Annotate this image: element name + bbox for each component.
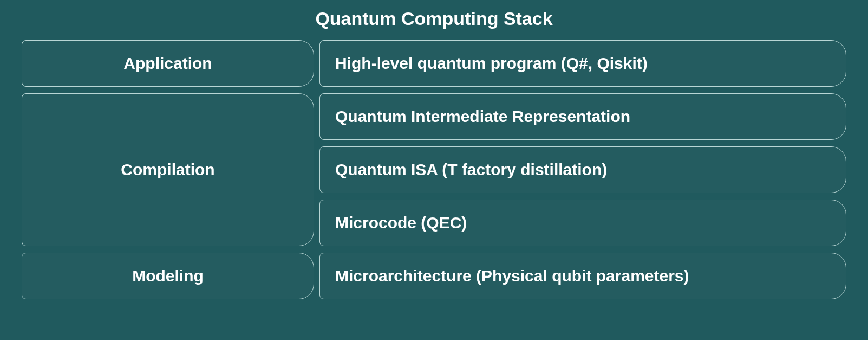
detail-qir-label: Quantum Intermediate Representation (335, 107, 630, 126)
detail-microcode-label: Microcode (QEC) (335, 214, 467, 232)
diagram-title: Quantum Computing Stack (22, 8, 846, 29)
layer-compilation-label: Compilation (121, 161, 214, 179)
layer-application-label: Application (123, 54, 212, 73)
layer-application: Application (22, 40, 314, 87)
detail-application-label: High-level quantum program (Q#, Qiskit) (335, 54, 648, 73)
layer-modeling: Modeling (22, 253, 314, 299)
detail-microarchitecture: Microarchitecture (Physical qubit parame… (319, 253, 846, 299)
detail-microarchitecture-label: Microarchitecture (Physical qubit parame… (335, 267, 689, 285)
detail-microcode: Microcode (QEC) (319, 200, 846, 246)
detail-quantum-isa-label: Quantum ISA (T factory distillation) (335, 161, 607, 179)
layer-compilation: Compilation (22, 93, 314, 246)
detail-application: High-level quantum program (Q#, Qiskit) (319, 40, 846, 87)
stack-grid: Application High-level quantum program (… (22, 40, 846, 299)
detail-qir: Quantum Intermediate Representation (319, 93, 846, 140)
layer-modeling-label: Modeling (132, 267, 204, 285)
detail-quantum-isa: Quantum ISA (T factory distillation) (319, 146, 846, 193)
